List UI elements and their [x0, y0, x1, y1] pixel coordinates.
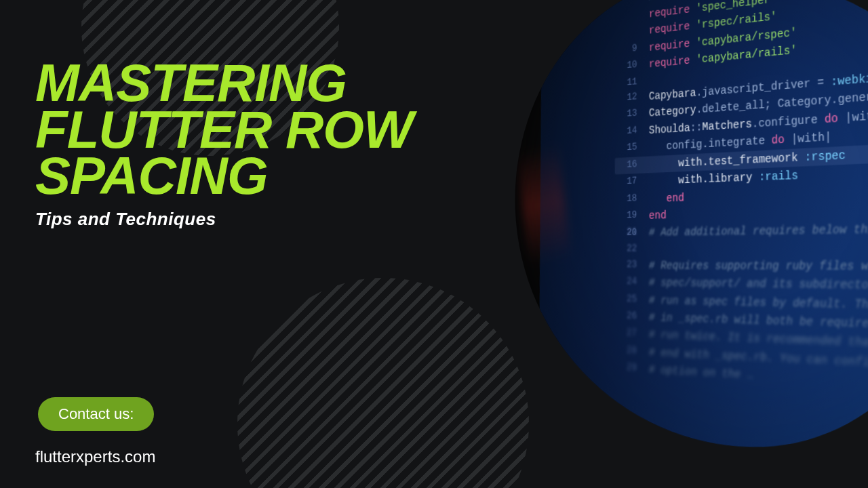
page-title: MASTERING FLUTTER ROW SPACING [35, 60, 515, 199]
site-domain: flutterxperts.com [35, 447, 155, 466]
contact-button[interactable]: Contact us: [38, 397, 154, 431]
code-block-lower: 21# Add additional requires below this l… [614, 218, 868, 401]
page-subtitle: Tips and Techniques [35, 209, 515, 230]
code-image: # the truncation of the …# 'Rails enviro… [507, 0, 868, 455]
hero-text-block: MASTERING FLUTTER ROW SPACING Tips and T… [35, 60, 515, 230]
code-block-upper: # the truncation of the …# 'Rails enviro… [614, 0, 868, 241]
decorative-stripes-bottom [237, 278, 529, 488]
contact-button-label: Contact us: [58, 405, 134, 422]
